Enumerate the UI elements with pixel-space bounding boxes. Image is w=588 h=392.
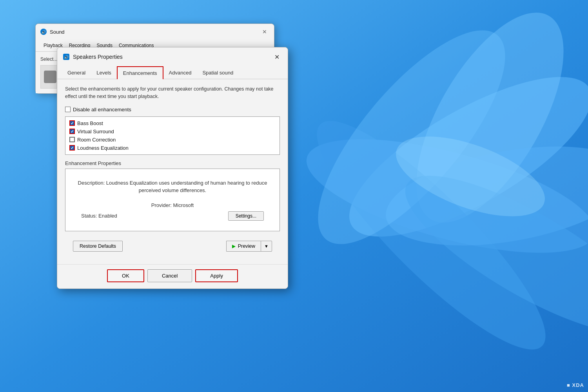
preview-dropdown-button[interactable]: ▼ [261, 241, 272, 252]
svg-point-2 [296, 116, 588, 276]
svg-text:🔊: 🔊 [64, 54, 69, 60]
enhancements-description: Select the enhancements to apply for you… [65, 85, 280, 100]
room-correction-checkbox[interactable] [69, 137, 75, 142]
virtual-surround-label: Virtual Surround [77, 129, 114, 134]
tab-spatial-sound[interactable]: Spatial sound [197, 66, 239, 79]
enhancement-properties-section: Enhancement Properties Description: Loud… [65, 160, 280, 231]
tab-advanced[interactable]: Advanced [163, 66, 197, 79]
sound-dialog-titlebar: 🔊 Sound ✕ [36, 24, 274, 40]
speakers-titlebar: 🔊 Speakers Properties ✕ [57, 47, 288, 66]
enhancement-list: Bass Boost Virtual Surround Room Correct… [65, 116, 280, 155]
speaker-icon: 🔊 [63, 53, 70, 60]
xda-watermark: ■ XDA [567, 382, 584, 388]
apply-button[interactable]: Apply [195, 269, 238, 282]
tab-enhancements[interactable]: Enhancements [117, 66, 163, 79]
bottom-row: Restore Defaults ▶ Preview ▼ [65, 237, 280, 258]
loudness-eq-label: Loudness Equalization [77, 145, 129, 151]
loudness-eq-checkbox[interactable] [69, 145, 75, 151]
sound-dialog-title-text: Sound [50, 29, 65, 35]
svg-point-8 [386, 120, 555, 232]
settings-button[interactable]: Settings... [228, 211, 264, 221]
dialog-content: Select the enhancements to apply for you… [57, 79, 288, 264]
action-row: OK Cancel Apply [57, 264, 288, 289]
close-x-icon: ✕ [274, 53, 279, 61]
svg-point-1 [328, 47, 588, 266]
svg-point-3 [387, 0, 588, 245]
sound-dialog-title: 🔊 Sound [40, 29, 65, 35]
enhancement-item-virtual-surround: Virtual Surround [67, 127, 278, 136]
sound-dialog-close-button[interactable]: ✕ [260, 27, 269, 36]
preview-label: Preview [238, 243, 255, 249]
preview-button[interactable]: ▶ Preview [226, 241, 261, 252]
disable-all-checkbox[interactable] [65, 107, 71, 112]
speakers-title: 🔊 Speakers Properties [63, 53, 123, 60]
properties-box: Description: Loudness Equalization uses … [65, 169, 280, 231]
disable-all-row: Disable all enhancements [65, 107, 280, 113]
room-correction-label: Room Correction [77, 137, 116, 143]
disable-all-label: Disable all enhancements [73, 107, 131, 113]
speakers-title-text: Speakers Properties [73, 54, 123, 60]
tabs-bar: General Levels Enhancements Advanced Spa… [57, 66, 288, 79]
bass-boost-label: Bass Boost [77, 120, 103, 126]
chevron-down-icon: ▼ [264, 244, 269, 249]
enhancement-item-loudness-eq: Loudness Equalization [67, 144, 278, 152]
speakers-close-button[interactable]: ✕ [271, 51, 282, 62]
ok-button[interactable]: OK [107, 269, 144, 282]
provider-text: Provider: Microsoft [151, 202, 194, 208]
svg-point-4 [292, 96, 570, 374]
properties-section-label: Enhancement Properties [65, 160, 280, 166]
virtual-surround-checkbox[interactable] [69, 129, 75, 134]
cancel-button[interactable]: Cancel [147, 269, 192, 282]
properties-description: Description: Loudness Equalization uses … [73, 179, 272, 194]
enhancement-item-room-correction: Room Correction [67, 136, 278, 144]
enhancement-item-bass-boost: Bass Boost [67, 119, 278, 127]
svg-point-7 [387, 149, 588, 361]
preview-group: ▶ Preview ▼ [226, 241, 272, 252]
restore-defaults-button[interactable]: Restore Defaults [73, 241, 123, 252]
bass-boost-checkbox[interactable] [69, 120, 75, 126]
status-text: Status: Enabled [81, 213, 117, 219]
xda-logo: ■ XDA [567, 382, 584, 388]
status-row: Status: Enabled Settings... [73, 211, 272, 221]
svg-point-5 [378, 130, 588, 262]
svg-point-6 [289, 4, 535, 271]
speakers-properties-dialog: 🔊 Speakers Properties ✕ General Levels E… [57, 47, 288, 289]
preview-play-icon: ▶ [232, 243, 236, 249]
sound-icon: 🔊 [40, 29, 47, 35]
tab-levels[interactable]: Levels [91, 66, 117, 79]
tab-general[interactable]: General [62, 66, 91, 79]
